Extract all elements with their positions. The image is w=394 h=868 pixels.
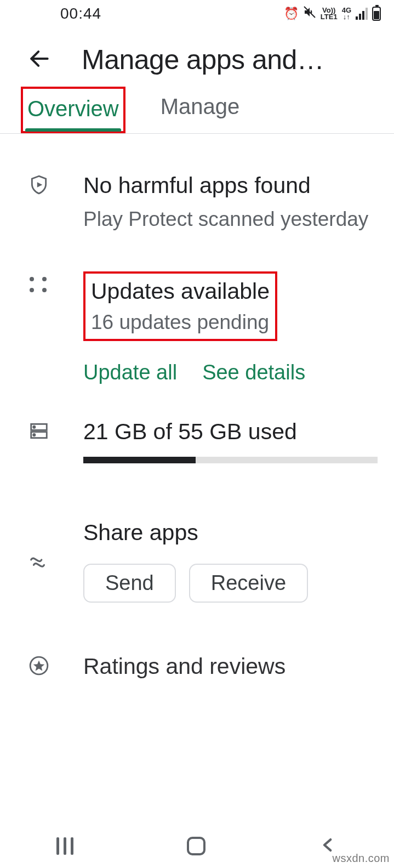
updates-title: Updates available bbox=[91, 277, 270, 306]
back-button[interactable] bbox=[27, 47, 52, 73]
battery-icon bbox=[372, 7, 381, 21]
storage-icon bbox=[28, 434, 49, 443]
updates-subtitle: 16 updates pending bbox=[91, 309, 270, 336]
ratings-section[interactable]: Ratings and reviews bbox=[28, 652, 378, 687]
update-all-button[interactable]: Update all bbox=[83, 361, 177, 384]
app-bar: Manage apps and… bbox=[0, 27, 394, 87]
svg-point-6 bbox=[33, 434, 35, 436]
ratings-title: Ratings and reviews bbox=[83, 652, 378, 681]
status-bar: 00:44 ⏰ Vo)) LTE1 4G ↓↑ bbox=[0, 0, 394, 27]
status-time: 00:44 bbox=[60, 5, 101, 22]
svg-marker-8 bbox=[33, 661, 45, 671]
protect-subtitle: Play Protect scanned yesterday bbox=[83, 206, 378, 233]
share-icon bbox=[28, 564, 49, 574]
signal-icon bbox=[356, 8, 368, 20]
status-icons: ⏰ Vo)) LTE1 4G ↓↑ bbox=[284, 5, 381, 22]
receive-button[interactable]: Receive bbox=[189, 564, 308, 603]
play-protect-section[interactable]: No harmful apps found Play Protect scann… bbox=[28, 171, 378, 233]
tab-manage[interactable]: Manage bbox=[156, 87, 244, 133]
nav-home-button[interactable] bbox=[187, 837, 205, 855]
apps-grid-icon bbox=[28, 275, 48, 292]
storage-section[interactable]: 21 GB of 55 GB used bbox=[28, 417, 378, 463]
protect-title: No harmful apps found bbox=[83, 171, 378, 200]
alarm-icon: ⏰ bbox=[284, 7, 299, 21]
share-title: Share apps bbox=[83, 518, 378, 547]
volte-indicator: Vo)) LTE1 bbox=[321, 7, 338, 20]
updates-section: Updates available 16 updates pending Upd… bbox=[28, 271, 378, 384]
page-title: Manage apps and… bbox=[82, 44, 381, 76]
share-section: Share apps Send Receive bbox=[28, 518, 378, 603]
storage-text: 21 GB of 55 GB used bbox=[83, 417, 378, 446]
star-circle-icon bbox=[28, 668, 49, 678]
see-details-button[interactable]: See details bbox=[202, 361, 305, 384]
watermark: wsxdn.com bbox=[332, 852, 390, 865]
tabs: Overview Manage bbox=[0, 87, 394, 134]
tab-overview[interactable]: Overview bbox=[21, 87, 125, 133]
svg-marker-2 bbox=[37, 182, 43, 188]
updates-highlight: Updates available 16 updates pending bbox=[83, 271, 277, 341]
network-indicator: 4G ↓↑ bbox=[342, 7, 351, 20]
nav-recent-button[interactable] bbox=[56, 837, 73, 855]
send-button[interactable]: Send bbox=[83, 564, 176, 603]
shield-play-icon bbox=[28, 188, 49, 197]
mute-icon bbox=[303, 5, 316, 22]
svg-point-5 bbox=[33, 427, 35, 428]
storage-progress bbox=[83, 457, 378, 463]
